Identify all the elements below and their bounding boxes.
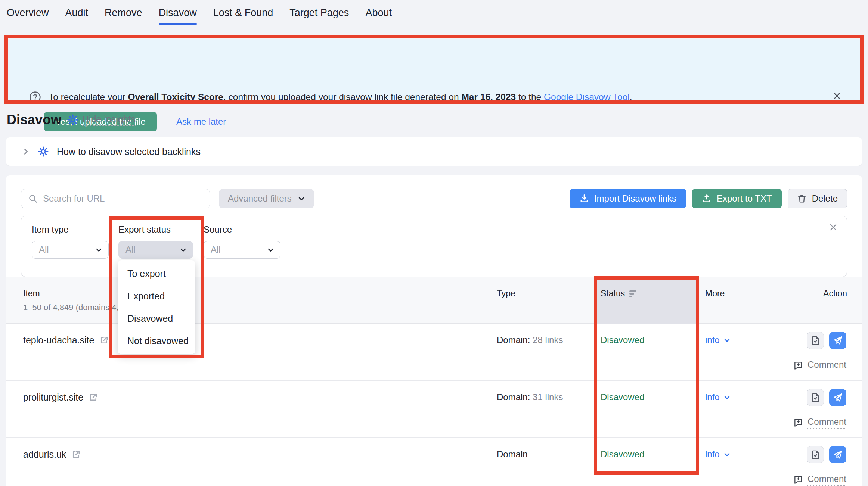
- row-actions: [807, 446, 846, 463]
- trash-icon: [797, 194, 807, 203]
- tab-remove[interactable]: Remove: [105, 0, 142, 26]
- info-dropdown[interactable]: info: [705, 392, 731, 402]
- export-status-label: Export status: [118, 224, 193, 235]
- type-cell: Domain: [497, 449, 528, 459]
- banner-text: To recalculate your Overall Toxicity Sco…: [49, 92, 632, 102]
- search-input[interactable]: [43, 193, 203, 204]
- status-badge: Disavowed: [601, 392, 644, 402]
- search-icon: [28, 194, 38, 203]
- paper-plane-button[interactable]: [829, 446, 846, 463]
- info-dropdown[interactable]: info: [705, 335, 731, 345]
- dropdown-option-exported[interactable]: Exported: [118, 285, 195, 307]
- page-title: Disavow: [7, 112, 61, 128]
- import-disavow-links-button[interactable]: Import Disavow links: [570, 189, 686, 208]
- comment-plus-icon: [793, 418, 803, 427]
- chevron-right-icon: [22, 147, 30, 156]
- column-item: Item: [23, 289, 40, 299]
- item-type-label: Item type: [32, 224, 109, 235]
- paper-plane-button[interactable]: [829, 389, 846, 406]
- howto-label: How to disavow selected backlinks: [57, 146, 201, 157]
- table-row: addurls.uk Domain Disavowed info: [6, 438, 862, 486]
- comment-link[interactable]: Comment: [793, 417, 846, 429]
- hide-insights-toggle[interactable]: Hide insights: [67, 114, 136, 126]
- item-cell: proliturgist.site: [23, 392, 98, 403]
- chevron-down-icon: [298, 195, 305, 202]
- tab-target-pages[interactable]: Target Pages: [289, 0, 349, 26]
- source-select[interactable]: All: [204, 241, 280, 259]
- item-cell: teplo-udacha.site: [23, 335, 109, 346]
- search-box: [21, 189, 210, 208]
- toolbar-right: Import Disavow links Export to TXT Delet…: [570, 189, 847, 208]
- column-more: More: [705, 289, 725, 299]
- table-toolbar: Advanced filters Import Disavow links: [21, 189, 847, 208]
- item-count: 1–50 of 4,849 (domains 4,: [23, 303, 119, 312]
- column-status[interactable]: Status: [601, 289, 636, 299]
- gear-icon: [67, 114, 78, 125]
- tab-overview[interactable]: Overview: [7, 0, 49, 26]
- tab-audit[interactable]: Audit: [65, 0, 89, 26]
- banner-message: To recalculate your Overall Toxicity Sco…: [29, 91, 632, 103]
- tab-disavow[interactable]: Disavow: [159, 0, 197, 26]
- dropdown-option-disavowed[interactable]: Disavowed: [118, 308, 195, 329]
- external-link-icon[interactable]: [89, 393, 98, 402]
- heading-row: Disavow Hide insights: [7, 112, 136, 128]
- export-to-txt-button[interactable]: Export to TXT: [692, 189, 782, 208]
- export-status-select[interactable]: All: [118, 241, 193, 259]
- chevron-down-icon: [95, 246, 102, 253]
- type-cell: Domain: 31 links: [497, 392, 563, 402]
- status-badge: Disavowed: [601, 335, 644, 345]
- download-icon: [579, 194, 589, 203]
- comment-link[interactable]: Comment: [793, 359, 846, 371]
- status-badge: Disavowed: [601, 449, 644, 459]
- status-column-highlight: [597, 277, 697, 324]
- document-check-button[interactable]: [807, 332, 824, 349]
- toxicity-banner: To recalculate your Overall Toxicity Sco…: [8, 39, 860, 100]
- export-status-dropdown-menu: To export Exported Disavowed Not disavow…: [118, 260, 195, 354]
- hide-insights-label: Hide insights: [82, 114, 136, 126]
- info-dropdown[interactable]: info: [705, 449, 731, 459]
- upload-icon: [702, 194, 712, 203]
- item-cell: addurls.uk: [23, 449, 81, 460]
- dropdown-option-not-disavowed[interactable]: Not disavowed: [118, 330, 195, 352]
- howto-panel[interactable]: How to disavow selected backlinks: [6, 137, 862, 166]
- filter-export-status: Export status All: [118, 224, 193, 259]
- document-check-button[interactable]: [807, 389, 824, 406]
- source-label: Source: [204, 224, 280, 235]
- type-cell: Domain: 28 links: [497, 335, 563, 345]
- tab-about[interactable]: About: [365, 0, 392, 26]
- tab-lost-and-found[interactable]: Lost & Found: [213, 0, 273, 26]
- row-actions: [807, 332, 846, 349]
- paper-plane-button[interactable]: [829, 332, 846, 349]
- table-row: proliturgist.site Domain: 31 links Disav…: [6, 381, 862, 438]
- filter-source: Source All: [204, 224, 280, 259]
- delete-button[interactable]: Delete: [788, 189, 847, 208]
- google-disavow-tool-link[interactable]: Google Disavow Tool: [544, 92, 630, 102]
- chevron-down-icon: [267, 246, 274, 253]
- comment-plus-icon: [793, 475, 803, 485]
- question-circle-icon: [29, 91, 41, 103]
- external-link-icon[interactable]: [71, 450, 81, 459]
- row-actions: [807, 389, 846, 406]
- chevron-down-icon: [180, 246, 187, 253]
- advanced-filters-button[interactable]: Advanced filters: [219, 189, 314, 208]
- item-type-select[interactable]: All: [32, 241, 109, 259]
- external-link-icon[interactable]: [99, 336, 109, 345]
- close-icon[interactable]: [832, 91, 842, 101]
- close-icon[interactable]: [829, 223, 838, 232]
- gear-icon: [38, 146, 49, 157]
- dropdown-option-to-export[interactable]: To export: [118, 263, 195, 284]
- column-type: Type: [497, 289, 515, 299]
- comment-link[interactable]: Comment: [793, 474, 846, 486]
- ask-me-later-link[interactable]: Ask me later: [176, 116, 226, 127]
- sort-bars-icon: [629, 290, 636, 297]
- top-nav: Overview Audit Remove Disavow Lost & Fou…: [0, 0, 868, 26]
- comment-plus-icon: [793, 361, 803, 370]
- filter-item-type: Item type All: [32, 224, 109, 259]
- column-action: Action: [823, 289, 847, 299]
- document-check-button[interactable]: [807, 446, 824, 463]
